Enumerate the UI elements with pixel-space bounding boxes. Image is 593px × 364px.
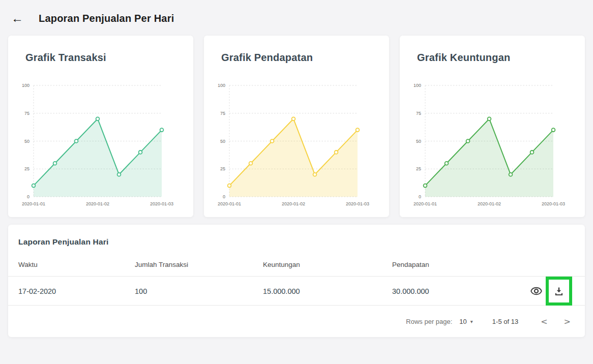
svg-text:2020-01-01: 2020-01-01 [413,201,437,206]
keuntungan-line-chart: 02550751002020-01-012020-01-022020-01-03 [400,78,573,211]
sales-report-table-card: Laporan Penjualan Hari Waktu Jumlah Tran… [8,225,585,337]
svg-text:75: 75 [416,111,421,116]
column-header-keuntungan: Keuntungan [263,261,392,268]
row-actions-cell [519,277,575,306]
rows-per-page-value: 10 [459,318,466,325]
svg-text:2020-01-02: 2020-01-02 [86,201,109,206]
table-header-row: Waktu Jumlah Transaksi Keuntungan Pendap… [8,253,585,277]
pagination-range-label: 1-5 of 13 [492,318,518,325]
svg-text:2020-01-01: 2020-01-01 [22,201,45,206]
svg-text:0: 0 [419,194,421,199]
charts-row: Grafik Transaksi 02550751002020-01-01202… [0,36,593,217]
eye-icon [530,285,543,297]
chevron-left-icon: < [541,317,547,326]
svg-text:0: 0 [27,194,29,199]
cell-waktu: 17-02-2020 [18,287,135,295]
svg-text:75: 75 [24,111,29,116]
transaksi-line-chart: 02550751002020-01-012020-01-022020-01-03 [8,78,181,211]
page-title: Laporan Penjualan Per Hari [39,13,174,24]
table-row: 17-02-2020 100 15.000.000 30.000.000 [8,277,585,306]
page-header: ← Laporan Penjualan Per Hari [0,0,593,36]
chart-card-pendapatan: Grafik Pendapatan 02550751002020-01-0120… [204,36,389,217]
chart-title-keuntungan: Grafik Keuntungan [400,36,585,64]
chart-card-transaksi: Grafik Transaksi 02550751002020-01-01202… [8,36,193,217]
svg-text:50: 50 [220,139,225,144]
svg-text:0: 0 [223,194,225,199]
svg-text:25: 25 [220,166,225,171]
svg-text:100: 100 [22,83,29,88]
cell-jumlah-transaksi: 100 [135,287,263,295]
chart-title-transaksi: Grafik Transaksi [8,36,193,64]
chart-card-keuntungan: Grafik Keuntungan 02550751002020-01-0120… [400,36,585,217]
svg-text:2020-01-03: 2020-01-03 [346,201,369,206]
svg-text:2020-01-02: 2020-01-02 [478,201,501,206]
svg-text:25: 25 [24,166,29,171]
chevron-right-icon: > [564,317,571,326]
rows-per-page-select[interactable]: 10 ▾ [459,318,473,325]
table-title: Laporan Penjualan Hari [8,225,585,253]
column-header-jumlah-transaksi: Jumlah Transaksi [135,261,263,268]
pendapatan-line-chart: 02550751002020-01-012020-01-022020-01-03 [204,78,377,211]
view-row-button[interactable] [530,285,543,297]
next-page-button[interactable]: > [564,317,571,326]
back-button[interactable]: ← [11,12,23,24]
chart-title-pendapatan: Grafik Pendapatan [204,36,389,64]
svg-text:25: 25 [416,166,421,171]
download-button-highlight [546,277,572,306]
rows-per-page-label: Rows per page: [406,318,452,325]
column-header-pendapatan: Pendapatan [392,261,519,268]
svg-text:100: 100 [413,83,421,88]
svg-text:50: 50 [24,139,29,144]
svg-text:50: 50 [416,139,421,144]
column-header-waktu: Waktu [18,261,135,268]
caret-down-icon: ▾ [470,319,473,324]
svg-text:2020-01-02: 2020-01-02 [282,201,305,206]
cell-keuntungan: 15.000.000 [263,287,392,295]
cell-pendapatan: 30.000.000 [392,287,519,295]
previous-page-button[interactable]: < [541,317,547,326]
svg-text:2020-01-01: 2020-01-01 [218,201,241,206]
svg-text:75: 75 [220,111,225,116]
svg-text:100: 100 [218,83,225,88]
pagination-bar: Rows per page: 10 ▾ 1-5 of 13 < > [8,306,585,337]
svg-text:2020-01-03: 2020-01-03 [542,201,565,206]
svg-text:2020-01-03: 2020-01-03 [150,201,173,206]
page-root: ← Laporan Penjualan Per Hari Grafik Tran… [0,0,593,364]
download-row-button[interactable] [553,285,565,297]
download-icon [553,285,565,297]
